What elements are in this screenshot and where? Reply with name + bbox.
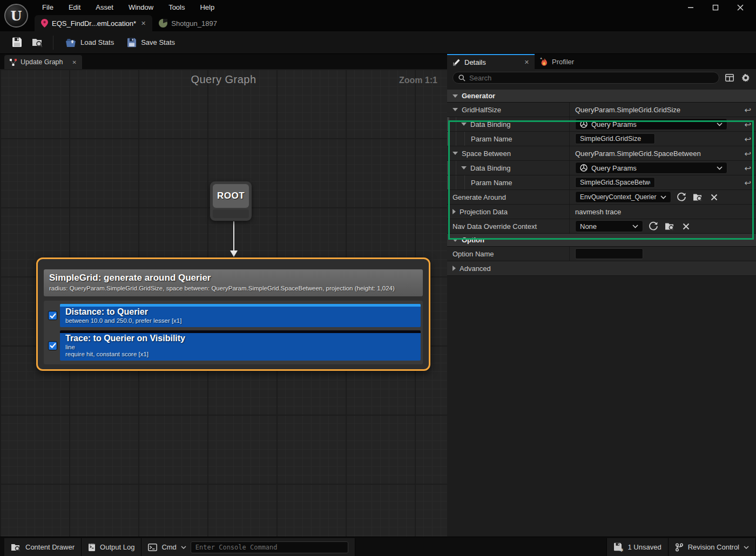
menu-edit[interactable]: Edit (61, 0, 88, 15)
test-trace-checkbox[interactable] (48, 341, 57, 350)
data-binding-dropdown[interactable]: Query Params (575, 118, 727, 130)
option-name-input[interactable] (575, 248, 643, 259)
load-stats-icon (65, 38, 76, 48)
nav-data-override-dropdown[interactable]: None (575, 220, 643, 232)
menu-tools[interactable]: Tools (161, 0, 192, 15)
save-stats-label: Save Stats (141, 38, 175, 46)
edge-arrowhead (230, 250, 238, 257)
param-name-input[interactable] (575, 177, 655, 188)
menu-help[interactable]: Help (192, 0, 222, 15)
data-binding-dropdown[interactable]: Query Params (575, 162, 727, 174)
reset-to-default-button[interactable]: ↩ (744, 164, 751, 172)
settings-gear-icon[interactable] (740, 72, 752, 84)
graph-canvas[interactable]: Query Graph Zoom 1:1 ENVIRONMENT QUERY R… (0, 69, 447, 537)
generate-around-dropdown[interactable]: EnvQueryContext_Querier (575, 191, 671, 203)
chevron-down-icon[interactable] (453, 108, 458, 111)
minimize-button[interactable] (678, 0, 703, 15)
category-option[interactable]: Option (447, 234, 756, 247)
cmd-label[interactable]: Cmd (161, 543, 176, 551)
chevron-right-icon[interactable] (453, 209, 456, 214)
output-log-button[interactable]: Output Log (82, 538, 141, 556)
search-input[interactable] (469, 74, 713, 82)
search-box[interactable] (453, 72, 719, 84)
menu-window[interactable]: Window (121, 0, 161, 15)
clear-icon[interactable] (708, 191, 720, 203)
test-row-distance: Distance: to Querier between 10.0 and 25… (44, 304, 421, 327)
graph-tab-close-icon[interactable]: ✕ (72, 59, 77, 65)
unsaved-label: 1 Unsaved (627, 543, 661, 551)
chevron-down-icon (744, 546, 749, 549)
unreal-logo-icon[interactable]: U (4, 4, 28, 28)
root-node-output-pin[interactable] (213, 209, 249, 218)
console-command-input[interactable] (191, 541, 348, 553)
tab-update-graph[interactable]: Update Graph ✕ (4, 55, 82, 69)
property-row-param-name-2[interactable]: Param Name ↩ (447, 175, 756, 190)
clear-icon[interactable] (680, 220, 692, 232)
revision-control-button[interactable]: Revision Control (669, 538, 756, 556)
category-generator[interactable]: Generator (447, 90, 756, 103)
test-distance-checkbox[interactable] (48, 311, 57, 320)
chevron-down-icon[interactable] (181, 546, 186, 549)
unsaved-changes-button[interactable]: ✱ 1 Unsaved (606, 538, 668, 556)
chevron-down-icon[interactable] (453, 239, 458, 242)
chevron-down-icon[interactable] (453, 94, 458, 98)
property-row-data-binding-1[interactable]: Data Binding Query Params ↩ (447, 117, 756, 132)
property-row-space-between[interactable]: Space Between QueryParam.SimpleGrid.Spac… (447, 146, 756, 161)
menu-file[interactable]: File (35, 0, 61, 15)
save-stats-button[interactable]: Save Stats (120, 33, 181, 52)
tab-shotgun-asset[interactable]: Shotgun_1897 (152, 15, 224, 31)
details-search-row (447, 69, 756, 86)
graph-title: Query Graph (0, 73, 447, 86)
browse-to-asset-icon[interactable] (692, 191, 704, 203)
property-row-generate-around[interactable]: Generate Around EnvQueryContext_Querier (447, 190, 756, 205)
tab-eqs-asset[interactable]: EQS_FindDr...emLocation* ✕ (35, 15, 152, 31)
chevron-down-icon[interactable] (461, 123, 467, 126)
reset-to-default-button[interactable]: ↩ (744, 106, 751, 114)
property-row-projection-data[interactable]: Projection Data navmesh trace (447, 205, 756, 219)
output-log-label: Output Log (100, 543, 134, 551)
details-tab-close-icon[interactable]: ✕ (524, 59, 529, 66)
chevron-right-icon[interactable] (453, 266, 456, 271)
indent-guide (456, 132, 456, 146)
root-node[interactable]: ROOT (210, 181, 252, 221)
tab-details[interactable]: Details ✕ (447, 54, 535, 69)
test-item-trace[interactable]: Trace: to Querier on Visibility line req… (60, 330, 421, 361)
chevron-down-icon[interactable] (453, 152, 458, 155)
generator-node-header[interactable]: SimpleGrid: generate around Querier radi… (44, 269, 423, 296)
reset-to-default-button[interactable]: ↩ (744, 120, 751, 128)
property-name: Projection Data (460, 208, 508, 216)
reset-to-default-button[interactable]: ↩ (744, 179, 751, 187)
display-filter-icon[interactable] (724, 72, 735, 84)
property-row-data-binding-2[interactable]: Data Binding Query Params ↩ (447, 161, 756, 175)
chevron-down-icon[interactable] (461, 166, 467, 169)
unsaved-save-icon: ✱ (613, 543, 623, 552)
row-advanced[interactable]: Advanced (447, 261, 756, 276)
tab-close-icon[interactable]: ✕ (141, 20, 146, 27)
property-row-option-name[interactable]: Option Name (447, 247, 756, 261)
test-distance-title: Distance: to Querier (65, 307, 415, 317)
load-stats-button[interactable]: Load Stats (59, 33, 120, 52)
save-button[interactable] (6, 33, 27, 52)
test-trace-detail-2: require hit, constant score [x1] (65, 351, 415, 357)
maximize-button[interactable] (703, 0, 728, 15)
content-drawer-button[interactable]: Content Drawer (4, 538, 82, 556)
property-name: Nav Data Override Context (453, 222, 537, 230)
close-button[interactable] (728, 0, 753, 15)
property-name: Data Binding (470, 120, 510, 128)
browse-to-asset-icon[interactable] (664, 220, 676, 232)
menu-asset[interactable]: Asset (88, 0, 121, 15)
use-selected-icon[interactable] (676, 191, 687, 203)
simplegrid-generator-node[interactable]: SimpleGrid: generate around Querier radi… (36, 257, 430, 371)
reset-to-default-button[interactable]: ↩ (744, 150, 751, 158)
tab-profiler[interactable]: + Profiler (535, 54, 579, 69)
test-item-distance[interactable]: Distance: to Querier between 10.0 and 25… (60, 304, 421, 327)
shotgun-asset-icon (159, 19, 167, 28)
indent-rail (447, 132, 449, 146)
reset-to-default-button[interactable]: ↩ (744, 135, 751, 143)
param-name-input[interactable] (575, 133, 655, 144)
property-row-gridhalfsize[interactable]: GridHalfSize QueryParam.SimpleGrid.GridS… (447, 103, 756, 117)
use-selected-icon[interactable] (647, 220, 659, 232)
property-row-nav-data-override[interactable]: Nav Data Override Context None (447, 219, 756, 234)
browse-button[interactable] (27, 33, 48, 52)
property-row-param-name-1[interactable]: Param Name ↩ (447, 132, 756, 146)
